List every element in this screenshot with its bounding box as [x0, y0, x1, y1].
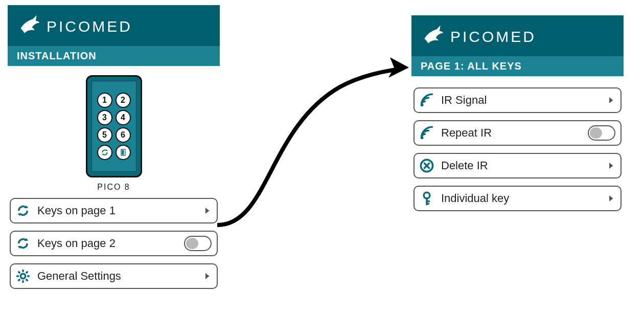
chevron-right-icon: [585, 159, 615, 172]
chevron-right-icon: [585, 94, 615, 107]
svg-point-3: [20, 274, 25, 278]
brand-bar-left: PICOMED: [8, 5, 220, 46]
menu-label: Keys on page 2: [37, 237, 174, 250]
svg-line-8: [18, 272, 20, 274]
installation-panel: PICOMED INSTALLATION 1 2 3 4 5 6 PICO 8: [8, 5, 220, 289]
svg-point-0: [26, 25, 29, 28]
menu-label: Delete IR: [441, 159, 578, 172]
chevron-right-icon: [181, 204, 212, 217]
brand-text: PICOMED: [47, 18, 132, 35]
svg-line-10: [18, 279, 20, 281]
gear-icon: [16, 269, 30, 283]
device-key: 5: [97, 127, 112, 143]
svg-rect-2: [122, 150, 124, 154]
menu-individual-key[interactable]: Individual key: [413, 186, 622, 211]
menu-keys-page-1[interactable]: Keys on page 1: [10, 198, 218, 223]
brand-text: PICOMED: [450, 28, 536, 46]
menu-delete-ir[interactable]: Delete IR: [413, 153, 622, 178]
menu-general-settings[interactable]: General Settings: [10, 263, 218, 289]
menu-repeat-ir[interactable]: Repeat IR: [413, 120, 622, 146]
device-key: 4: [116, 110, 131, 125]
menu-label: Keys on page 1: [37, 204, 174, 217]
svg-line-9: [26, 279, 28, 281]
device-key: 1: [97, 93, 112, 108]
chevron-right-icon: [585, 192, 615, 205]
subheader-right: PAGE 1: ALL KEYS: [411, 56, 624, 76]
device-illustration: 1 2 3 4 5 6 PICO 8: [8, 75, 220, 192]
cycle-icon: [16, 236, 30, 251]
device-screen: 1 2 3 4 5 6: [91, 81, 136, 172]
all-keys-menu: IR Signal Repeat IR Delete IR: [411, 87, 624, 211]
signal-icon: [420, 93, 434, 107]
svg-point-13: [421, 103, 424, 106]
bird-logo-icon: [18, 14, 40, 39]
installation-menu: Keys on page 1 Keys on page 2 General Se…: [8, 198, 220, 289]
menu-label: Individual key: [441, 192, 578, 205]
toggle-off[interactable]: [181, 236, 212, 251]
device-key: 3: [97, 110, 112, 125]
device-label: PICO 8: [97, 183, 130, 192]
menu-label: General Settings: [37, 270, 174, 283]
navigation-arrow-icon: [207, 36, 422, 240]
menu-keys-page-2[interactable]: Keys on page 2: [10, 231, 218, 256]
menu-ir-signal[interactable]: IR Signal: [413, 87, 622, 113]
menu-label: IR Signal: [441, 94, 578, 107]
device-body: 1 2 3 4 5 6: [86, 75, 142, 177]
brand-bar-right: PICOMED: [411, 15, 624, 56]
bird-logo-icon: [422, 25, 444, 49]
device-key: 2: [116, 93, 131, 108]
device-key-door-icon: [116, 145, 131, 160]
delete-icon: [420, 159, 434, 173]
signal-icon: [420, 126, 434, 140]
subheader-left: INSTALLATION: [8, 46, 220, 66]
svg-line-11: [26, 272, 28, 274]
svg-point-14: [421, 136, 424, 139]
all-keys-panel: PICOMED PAGE 1: ALL KEYS IR Signal Repea…: [411, 15, 624, 211]
device-key-cycle-icon: [97, 145, 112, 160]
svg-point-12: [430, 35, 433, 38]
toggle-off[interactable]: [585, 125, 615, 141]
menu-label: Repeat IR: [441, 126, 578, 140]
chevron-right-icon: [181, 270, 212, 283]
key-icon: [420, 191, 434, 206]
device-key: 6: [116, 127, 131, 143]
cycle-icon: [16, 204, 30, 218]
